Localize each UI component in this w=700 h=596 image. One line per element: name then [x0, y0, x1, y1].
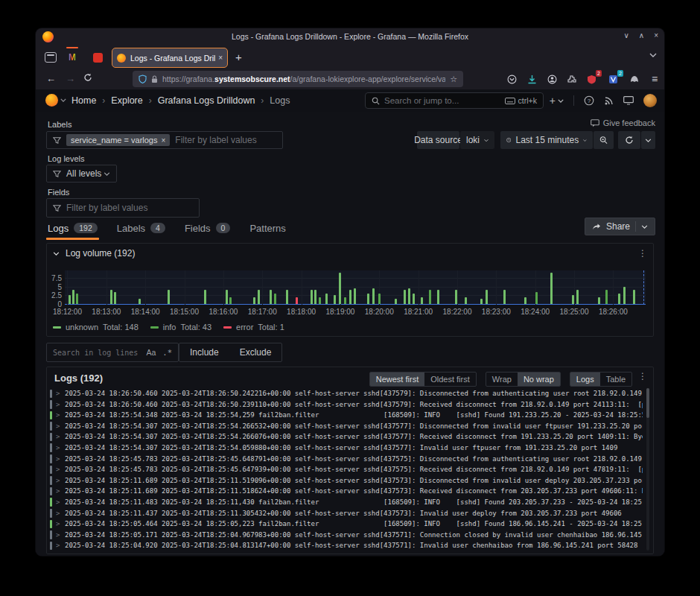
collapse-chevron-icon[interactable] — [53, 252, 60, 256]
scrollbar-thumb[interactable] — [646, 388, 649, 418]
expand-chevron-icon[interactable]: > — [56, 464, 60, 475]
firefox-view-icon[interactable] — [45, 52, 57, 63]
grafana-logo-icon[interactable] — [45, 94, 58, 107]
monitor-icon[interactable] — [623, 96, 634, 105]
chevron-down-icon[interactable] — [641, 225, 648, 229]
breadcrumb-item[interactable]: Grafana Logs Drilldown — [158, 95, 255, 106]
tab-close-icon[interactable]: × — [218, 54, 223, 62]
tab-fields[interactable]: Fields0 — [185, 223, 231, 235]
expand-chevron-icon[interactable]: > — [56, 431, 60, 443]
extension-gray-icon[interactable] — [628, 72, 641, 86]
log-volume-chart[interactable] — [65, 270, 646, 305]
log-row[interactable]: >2025-03-24 18:25:11.483 2025-03-24 18:2… — [47, 497, 643, 508]
lock-icon[interactable] — [151, 75, 158, 83]
ublock-icon[interactable]: 2 — [585, 72, 598, 86]
log-row[interactable]: >2025-03-24 18:25:05.171 2025-03-24T18:2… — [47, 530, 643, 541]
legend-item-unknown[interactable]: unknownTotal: 148 — [53, 323, 139, 332]
log-row[interactable]: >2025-03-24 18:25:04.920 2025-03-24T18:2… — [47, 540, 643, 551]
log-row[interactable]: >2025-03-24 18:25:11.689 2025-03-24T18:2… — [47, 486, 643, 497]
help-icon[interactable]: ? — [584, 95, 594, 106]
pocket-icon[interactable] — [505, 72, 518, 86]
new-tab-button[interactable]: + — [235, 51, 242, 63]
expand-chevron-icon[interactable]: > — [56, 530, 60, 541]
account-icon[interactable] — [545, 72, 559, 86]
log-row[interactable]: >2025-03-24 18:25:11.689 2025-03-24T18:2… — [47, 475, 643, 486]
tracking-shield-icon[interactable] — [139, 74, 147, 83]
include-button[interactable]: Include — [179, 347, 229, 358]
window-maximize-icon[interactable]: ∧ — [639, 31, 644, 39]
log-row[interactable]: >2025-03-24 18:25:11.437 2025-03-24T18:2… — [47, 508, 643, 519]
news-icon[interactable] — [604, 96, 614, 106]
pinned-tab-app[interactable] — [88, 48, 107, 67]
expand-chevron-icon[interactable]: > — [56, 421, 60, 432]
expand-chevron-icon[interactable]: > — [56, 454, 60, 465]
label-filter-chip[interactable]: service_name = varlogs× — [66, 134, 170, 146]
expand-chevron-icon[interactable]: > — [56, 443, 60, 454]
log-row[interactable]: >2025-03-24 18:25:45.783 2025-03-24T18:2… — [47, 454, 643, 465]
chip-remove-icon[interactable]: × — [161, 136, 165, 145]
give-feedback-button[interactable]: Give feedback — [591, 118, 655, 127]
add-button[interactable]: + — [550, 95, 564, 107]
log-row[interactable]: >2025-03-24 18:25:05.464 2025-03-24 18:2… — [47, 519, 643, 530]
user-avatar[interactable] — [643, 94, 657, 107]
expand-chevron-icon[interactable]: > — [56, 486, 60, 497]
back-button[interactable]: ← — [46, 73, 56, 84]
panel-menu-icon[interactable]: ⋮ — [638, 248, 647, 259]
downloads-icon[interactable] — [525, 72, 538, 86]
expand-chevron-icon[interactable]: > — [56, 519, 60, 530]
exclude-button[interactable]: Exclude — [229, 347, 282, 358]
case-sensitivity-toggle[interactable]: Aa — [147, 348, 156, 357]
zoom-out-button[interactable] — [594, 131, 614, 149]
reload-icon[interactable] — [83, 73, 92, 82]
expand-chevron-icon[interactable]: > — [56, 497, 60, 508]
logs-panel-menu-icon[interactable]: ⋮ — [638, 371, 647, 381]
log-row[interactable]: >2025-03-24 18:25:54.348 2025-03-24 18:2… — [47, 410, 643, 421]
bookmark-star-icon[interactable]: ☆ — [450, 74, 457, 84]
toggle-table[interactable]: Table — [600, 372, 631, 386]
logs-scrollbar[interactable] — [646, 388, 649, 551]
log-row[interactable]: >2025-03-24 18:25:54.307 2025-03-24T18:2… — [47, 431, 643, 443]
log-row[interactable]: >2025-03-24 18:26:50.460 2025-03-24T18:2… — [47, 399, 643, 410]
tab-labels[interactable]: Labels4 — [117, 223, 165, 235]
forward-button[interactable]: → — [66, 73, 75, 84]
nav-expand-chevron-icon[interactable] — [60, 98, 66, 102]
legend-item-error[interactable]: errorTotal: 1 — [223, 323, 284, 332]
log-row[interactable]: >2025-03-24 18:25:45.783 2025-03-24T18:2… — [47, 464, 643, 475]
search-input[interactable]: Search or jump to... ctrl+k — [365, 92, 544, 109]
breadcrumb-item[interactable]: Explore — [111, 95, 142, 106]
toggle-wrap[interactable]: Wrap — [486, 372, 518, 386]
log-row[interactable]: >2025-03-24 18:25:54.307 2025-03-24T18:2… — [47, 443, 643, 454]
pinned-tab-gmail[interactable]: M — [63, 48, 82, 67]
active-tab[interactable]: Logs - Grafana Logs Drilldow × — [112, 48, 228, 68]
label-filter-input[interactable]: service_name = varlogs× Filter by label … — [46, 131, 283, 149]
toggle-no-wrap[interactable]: No wrap — [518, 372, 560, 386]
window-close-icon[interactable]: × — [654, 31, 658, 39]
refresh-interval-chevron[interactable] — [641, 131, 655, 149]
share-button[interactable]: Share — [585, 218, 655, 235]
legend-item-info[interactable]: infoTotal: 43 — [150, 323, 211, 332]
log-line-search-input[interactable]: Search in log lines Aa .* — [46, 343, 179, 362]
expand-chevron-icon[interactable]: > — [56, 508, 60, 519]
breadcrumb-item[interactable]: Logs — [270, 95, 290, 106]
log-levels-dropdown[interactable]: All levels — [46, 165, 117, 183]
expand-chevron-icon[interactable]: > — [56, 388, 60, 399]
fields-filter-input[interactable]: Filter by label values — [46, 198, 200, 218]
log-row[interactable]: >2025-03-24 18:25:54.307 2025-03-24T18:2… — [47, 421, 643, 432]
vimium-icon[interactable]: 2 — [606, 72, 620, 86]
tab-logs[interactable]: Logs192 — [48, 223, 98, 235]
menu-hamburger-icon[interactable]: ≡ — [648, 72, 661, 86]
expand-chevron-icon[interactable]: > — [56, 399, 60, 410]
breadcrumb-item[interactable]: Home — [71, 95, 96, 106]
refresh-button[interactable] — [618, 131, 640, 149]
expand-chevron-icon[interactable]: > — [56, 475, 60, 486]
expand-chevron-icon[interactable]: > — [56, 410, 60, 421]
log-row[interactable]: >2025-03-24 18:26:50.460 2025-03-24T18:2… — [47, 388, 643, 399]
data-source-picker[interactable]: loki — [460, 131, 494, 149]
panel-title[interactable]: Log volume (192) — [66, 248, 135, 259]
toggle-logs[interactable]: Logs — [570, 372, 600, 386]
list-tabs-chevron-icon[interactable] — [649, 53, 657, 57]
toggle-newest-first[interactable]: Newest first — [370, 372, 424, 386]
regex-toggle[interactable]: .* — [162, 348, 172, 357]
time-range-picker[interactable]: Last 15 minutes — [500, 131, 593, 149]
url-bar[interactable]: https://grafana.systemsobscure.net/a/gra… — [133, 71, 463, 87]
